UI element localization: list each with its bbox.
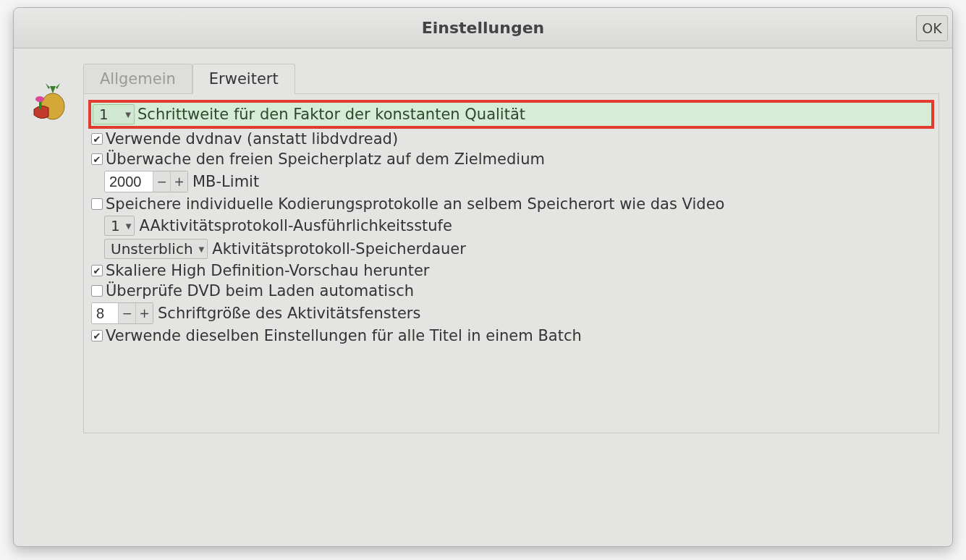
use-dvdnav-checkbox[interactable]: ✔	[91, 133, 103, 145]
log-retention-dropdown[interactable]: Unsterblich ▼	[104, 239, 208, 259]
mb-limit-input[interactable]	[105, 171, 153, 192]
font-size-row: − + Schriftgröße des Aktivitätsfensters	[91, 302, 931, 324]
scale-hd-row: ✔ Skaliere High Definition-Vorschau heru…	[91, 262, 931, 279]
log-verbosity-value: 1	[111, 217, 120, 234]
same-settings-checkbox[interactable]: ✔	[91, 330, 103, 341]
tab-advanced[interactable]: Erweitert	[192, 64, 295, 93]
font-size-plus[interactable]: +	[135, 303, 153, 323]
store-logs-label: Speichere individuelle Kodierungsprotoko…	[106, 195, 724, 213]
mb-limit-label: MB-Limit	[192, 173, 259, 190]
chevron-down-icon: ▼	[126, 222, 132, 230]
titlebar: Einstellungen OK	[14, 8, 952, 48]
check-dvd-row: Überprüfe DVD beim Laden automatisch	[91, 282, 931, 300]
log-retention-value: Unsterblich	[111, 240, 193, 258]
main-column: Allgemein Erweitert 1 ▼ Schrittweite für…	[83, 61, 939, 533]
svg-point-2	[35, 96, 44, 102]
window-body: Allgemein Erweitert 1 ▼ Schrittweite für…	[14, 48, 952, 546]
quality-step-label: Schrittweite für den Faktor der konstant…	[135, 106, 528, 123]
mb-limit-plus[interactable]: +	[170, 171, 187, 192]
log-verbosity-label: AAktivitätsprotokoll-Ausführlichkeitsstu…	[139, 217, 452, 234]
font-size-spinner: − +	[91, 302, 153, 324]
log-verbosity-dropdown[interactable]: 1 ▼	[104, 216, 135, 236]
preferences-window: Einstellungen OK Allgemein Erweitert	[13, 7, 953, 547]
same-settings-label: Verwende dieselben Einstellungen für all…	[106, 327, 582, 344]
mb-limit-minus[interactable]: −	[153, 171, 170, 192]
tab-panel: 1 ▼ Schrittweite für den Faktor der kons…	[83, 93, 939, 433]
tab-general[interactable]: Allgemein	[83, 64, 192, 93]
ok-button[interactable]: OK	[916, 15, 948, 41]
log-retention-label: Aktivitätsprotokoll-Speicherdauer	[212, 240, 466, 258]
same-settings-row: ✔ Verwende dieselben Einstellungen für a…	[91, 327, 931, 344]
quality-step-value: 1	[99, 106, 109, 123]
check-dvd-checkbox[interactable]	[91, 285, 103, 297]
monitor-space-label: Überwache den freien Speicherplatz auf d…	[106, 150, 545, 168]
monitor-space-checkbox[interactable]: ✔	[91, 153, 103, 165]
use-dvdnav-row: ✔ Verwende dvdnav (anstatt libdvdread)	[91, 130, 931, 148]
quality-step-row: 1 ▼ Schrittweite für den Faktor der kons…	[91, 103, 931, 126]
use-dvdnav-label: Verwende dvdnav (anstatt libdvdread)	[106, 130, 398, 148]
font-size-minus[interactable]: −	[118, 303, 135, 323]
log-retention-row: Unsterblich ▼ Aktivitätsprotokoll-Speich…	[104, 239, 931, 259]
scale-hd-checkbox[interactable]: ✔	[91, 265, 103, 276]
scale-hd-label: Skaliere High Definition-Vorschau herunt…	[106, 262, 429, 279]
font-size-input[interactable]	[92, 303, 118, 323]
chevron-down-icon: ▼	[199, 245, 205, 253]
font-size-label: Schriftgröße des Aktivitätsfensters	[158, 305, 420, 322]
chevron-down-icon: ▼	[125, 111, 131, 119]
mb-limit-row: − + MB-Limit	[104, 171, 931, 192]
check-dvd-label: Überprüfe DVD beim Laden automatisch	[106, 282, 414, 300]
app-icon	[25, 77, 69, 121]
mb-limit-spinner: − +	[104, 171, 188, 192]
tab-bar: Allgemein Erweitert	[83, 61, 939, 93]
icon-column	[25, 61, 83, 533]
monitor-space-row: ✔ Überwache den freien Speicherplatz auf…	[91, 150, 931, 168]
window-title: Einstellungen	[422, 19, 545, 37]
log-verbosity-row: 1 ▼ AAktivitätsprotokoll-Ausführlichkeit…	[104, 216, 931, 236]
store-logs-checkbox[interactable]	[91, 198, 103, 210]
quality-step-dropdown[interactable]: 1 ▼	[93, 104, 135, 124]
store-logs-row: Speichere individuelle Kodierungsprotoko…	[91, 195, 931, 213]
